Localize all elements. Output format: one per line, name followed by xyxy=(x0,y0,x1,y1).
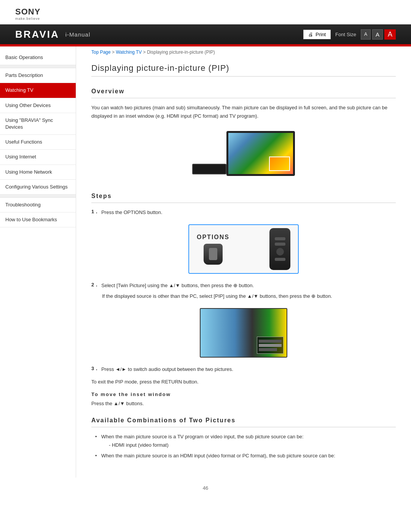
print-button[interactable]: 🖨 Print xyxy=(303,30,331,39)
imanual-label: i-Manual xyxy=(65,31,91,38)
options-button-shape xyxy=(204,244,223,265)
bravia-logo: BRAVIA xyxy=(15,29,59,40)
menu-item-3 xyxy=(259,348,277,351)
pip-menu-overlay xyxy=(257,337,284,354)
breadcrumb-watching-tv[interactable]: Watching TV xyxy=(116,50,142,55)
sony-logo: SONY make.believe xyxy=(15,7,396,21)
move-text: Press the ▲/▼ buttons. xyxy=(91,399,396,408)
step2-num: 2． xyxy=(91,281,99,290)
options-image-container: OPTIONS xyxy=(91,224,396,274)
sidebar-item-bravia-sync[interactable]: Using "BRAVIA" Sync Devices xyxy=(0,113,76,135)
font-medium-button[interactable]: A xyxy=(372,29,383,40)
options-text-label: OPTIONS xyxy=(197,234,229,241)
exit-text: To exit the PIP mode, press the RETURN b… xyxy=(91,378,396,386)
tv-receiver-shape xyxy=(192,164,226,174)
sidebar-divider xyxy=(0,65,76,68)
header-bar: BRAVIA i-Manual 🖨 Print Font Size A A A xyxy=(0,24,411,44)
tv-setup-image xyxy=(188,128,299,181)
twin-picture-image-container xyxy=(91,308,396,358)
font-small-button[interactable]: A xyxy=(361,29,371,40)
tv-screen-shape xyxy=(226,131,295,176)
step2-text: Select [Twin Picture] using the ▲/▼ butt… xyxy=(101,281,254,290)
sidebar-item-using-internet[interactable]: Using Internet xyxy=(0,150,76,165)
step3-num: 3． xyxy=(91,365,99,374)
steps-heading: Steps xyxy=(91,189,396,203)
font-size-controls: A A A xyxy=(361,29,396,40)
pip-inset xyxy=(269,157,290,171)
options-image: OPTIONS xyxy=(188,224,299,274)
sidebar-item-troubleshooting[interactable]: Troubleshooting xyxy=(0,198,76,212)
print-icon: 🖨 xyxy=(308,32,313,37)
page-number: 46 xyxy=(0,478,411,498)
breadcrumb: Top Page > Watching TV > Displaying pict… xyxy=(91,46,396,59)
sidebar-item-parts-description[interactable]: Parts Description xyxy=(0,68,76,83)
sidebar-item-configuring-settings[interactable]: Configuring Various Settings xyxy=(0,180,76,195)
step3-text: Press ◄/► to switch audio output between… xyxy=(101,365,233,374)
combinations-heading: Available Combinations of Two Pictures xyxy=(91,413,396,427)
step2-container: 2． Select [Twin Picture] using the ▲/▼ b… xyxy=(91,281,396,290)
remote-circle-btn xyxy=(276,248,284,256)
combination-item-2: When the main picture source is an HDMI … xyxy=(95,452,396,460)
sidebar-item-useful-functions[interactable]: Useful Functions xyxy=(0,135,76,150)
sidebar-divider-2 xyxy=(0,195,76,198)
sidebar-item-watching-tv[interactable]: Watching TV xyxy=(0,83,76,98)
content-area: Top Page > Watching TV > Displaying pict… xyxy=(76,46,411,478)
sidebar-item-home-network[interactable]: Using Home Network xyxy=(0,165,76,180)
step1-num: 1． xyxy=(91,208,99,217)
overview-text: You can watch two pictures (main and sub… xyxy=(91,104,396,120)
step1-text: Press the OPTIONS button. xyxy=(101,208,162,217)
menu-item-1 xyxy=(259,340,282,343)
combination-sub-1: - HDMI input (video format) xyxy=(109,441,396,449)
page-title: Displaying picture-in-picture (PIP) xyxy=(91,59,396,77)
breadcrumb-sep1: > xyxy=(112,50,116,55)
remote-btn-2 xyxy=(275,243,285,246)
remote-control-shape xyxy=(269,228,290,270)
bravia-title: BRAVIA i-Manual xyxy=(15,29,90,40)
twin-picture-image xyxy=(200,308,287,358)
remote-btn-3 xyxy=(275,258,285,261)
options-label-area: OPTIONS xyxy=(197,234,229,265)
pip-menu-content xyxy=(259,340,282,351)
combinations-list: When the main picture source is a TV pro… xyxy=(95,433,396,460)
remote-btn-1 xyxy=(275,237,285,240)
step2-sub-text: If the displayed source is other than th… xyxy=(102,292,396,300)
breadcrumb-top-page[interactable]: Top Page xyxy=(91,50,111,55)
menu-item-2 xyxy=(259,344,282,347)
overview-heading: Overview xyxy=(91,84,396,98)
header-controls: 🖨 Print Font Size A A A xyxy=(303,29,396,40)
step3-container: 3． Press ◄/► to switch audio output betw… xyxy=(91,365,396,374)
move-inset-heading: To move the inset window xyxy=(91,391,396,397)
breadcrumb-sep2: > xyxy=(143,50,147,55)
sidebar-item-basic-operations[interactable]: Basic Operations xyxy=(0,50,76,65)
combination-item-1: When the main picture source is a TV pro… xyxy=(95,433,396,449)
font-large-button[interactable]: A xyxy=(384,29,396,40)
step1-container: 1． Press the OPTIONS button. xyxy=(91,208,396,217)
font-size-label: Font Size xyxy=(335,32,356,37)
remote-key-shape xyxy=(209,248,217,260)
main-layout: Basic Operations Parts Description Watch… xyxy=(0,46,411,478)
sidebar-item-bookmarks[interactable]: How to Use Bookmarks xyxy=(0,212,76,227)
top-bar: SONY make.believe xyxy=(0,0,411,24)
sidebar: Basic Operations Parts Description Watch… xyxy=(0,46,76,478)
sidebar-item-using-other-devices[interactable]: Using Other Devices xyxy=(0,98,76,113)
tv-setup-image-container xyxy=(91,128,396,181)
breadcrumb-current: Displaying picture-in-picture (PIP) xyxy=(147,50,215,55)
